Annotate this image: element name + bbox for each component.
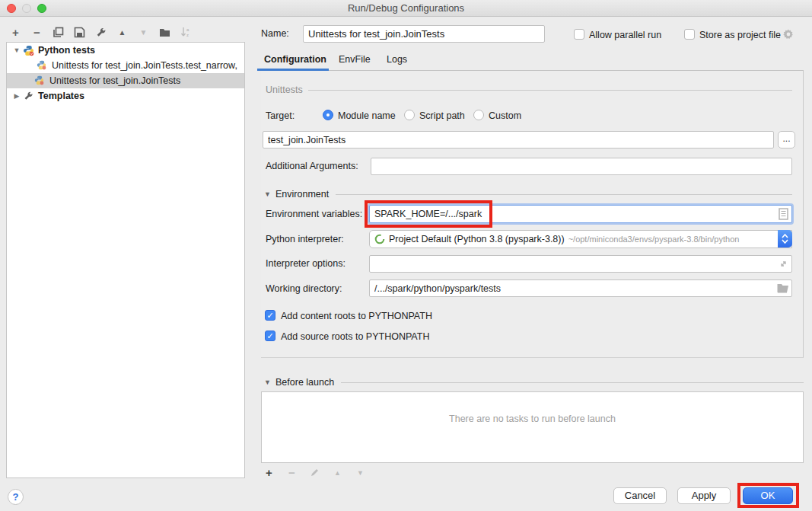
add-content-roots-checkbox[interactable] (265, 310, 275, 321)
environment-variables-input[interactable] (369, 205, 792, 223)
store-as-project-file-checkbox[interactable] (684, 29, 695, 40)
move-up-icon[interactable]: ▲ (116, 26, 129, 39)
additional-arguments-label: Additional Arguments: (266, 161, 358, 171)
edit-templates-wrench-icon[interactable] (94, 26, 107, 39)
add-content-roots-label: Add content roots to PYTHONPATH (281, 311, 432, 321)
python-test-icon (34, 75, 46, 87)
target-module-name-label: Module name (338, 110, 396, 121)
configurations-toolbar: + − ▲ ▼ az (9, 24, 193, 40)
name-label: Name: (261, 28, 289, 39)
expand-field-icon[interactable] (779, 258, 788, 272)
tab-logs[interactable]: Logs (387, 54, 407, 65)
edit-task-pencil-icon[interactable] (308, 466, 321, 479)
additional-arguments-input[interactable] (371, 158, 792, 175)
tree-item-unittests-narrow[interactable]: Unittests for test_join.JoinTests.test_n… (7, 58, 244, 73)
environment-section-rule (336, 194, 792, 195)
python-interpreter-value: Project Default (Python 3.8 (pyspark-3.8… (389, 234, 565, 244)
conda-environment-icon (374, 234, 385, 244)
help-button[interactable]: ? (8, 489, 24, 505)
target-label: Target: (266, 110, 295, 121)
save-configuration-icon[interactable] (73, 26, 86, 39)
remove-configuration-button[interactable]: − (30, 26, 43, 39)
environment-section-label: Environment (275, 189, 329, 200)
interpreter-dropdown-stepper[interactable] (778, 230, 792, 248)
edit-environment-variables-icon[interactable] (778, 208, 789, 223)
target-script-path-label: Script path (419, 110, 465, 121)
move-task-down-icon[interactable]: ▼ (354, 466, 367, 479)
browse-button[interactable]: ... (778, 131, 795, 149)
environment-variables-label: Environment variables: (266, 209, 362, 219)
allow-parallel-run-label: Allow parallel run (589, 30, 661, 40)
python-test-icon (37, 60, 48, 72)
python-tests-icon (23, 45, 34, 56)
target-custom-label: Custom (489, 110, 521, 121)
tree-item-label: Templates (38, 91, 84, 101)
window-title: Run/Debug Configurations (0, 2, 812, 14)
tree-item-label: Unittests for test_join.JoinTests (49, 75, 180, 86)
svg-text:a: a (186, 27, 189, 32)
tree-item-python-tests[interactable]: ▼ Python tests (7, 43, 244, 58)
before-launch-toolbar: + − ▲ ▼ (263, 466, 367, 479)
store-as-project-file-label: Store as project file (699, 30, 781, 40)
chevron-down-icon[interactable]: ▼ (13, 46, 21, 54)
working-directory-label: Working directory: (266, 283, 342, 294)
copy-configuration-icon[interactable] (52, 26, 65, 39)
ok-button[interactable]: OK (743, 487, 793, 504)
target-module-input[interactable] (263, 131, 774, 149)
apply-button[interactable]: Apply (677, 487, 731, 504)
tree-item-templates[interactable]: ▶ Templates (7, 88, 244, 104)
working-directory-input[interactable] (369, 279, 792, 297)
add-source-roots-label: Add source roots to PYTHONPATH (281, 331, 429, 342)
folder-browse-icon[interactable] (777, 283, 789, 296)
title-bar: Run/Debug Configurations (0, 0, 812, 17)
empty-task-list-text: There are no tasks to run before launch (262, 414, 803, 424)
templates-wrench-icon (23, 91, 34, 102)
tab-envfile[interactable]: EnvFile (339, 54, 371, 65)
environment-collapse-icon[interactable]: ▼ (264, 190, 271, 198)
interpreter-options-input[interactable] (369, 255, 792, 273)
add-task-button[interactable]: + (263, 466, 275, 479)
interpreter-options-label: Interpreter options: (266, 258, 345, 269)
tree-item-label: Python tests (38, 45, 95, 56)
move-task-up-icon[interactable]: ▲ (331, 466, 344, 479)
before-launch-section-label: Before launch (275, 377, 334, 388)
tab-configuration[interactable]: Configuration (264, 54, 326, 65)
add-source-roots-checkbox[interactable] (265, 331, 275, 341)
target-custom-radio[interactable] (473, 110, 484, 120)
store-options-gear-icon[interactable] (782, 28, 794, 43)
allow-parallel-run-checkbox[interactable] (574, 29, 584, 40)
tree-item-label: Unittests for test_join.JoinTests.test_n… (52, 60, 237, 71)
before-launch-task-list[interactable]: There are no tasks to run before launch (261, 391, 804, 463)
python-interpreter-path: ~/opt/miniconda3/envs/pyspark-3.8/bin/py… (568, 235, 740, 244)
run-debug-configurations-dialog: Run/Debug Configurations + − ▲ ▼ az ▼ Py (0, 0, 812, 511)
before-launch-section-rule (341, 382, 804, 383)
add-configuration-button[interactable]: + (9, 26, 22, 39)
svg-text:z: z (186, 33, 189, 37)
sort-configurations-icon[interactable]: az (180, 26, 193, 39)
python-interpreter-select[interactable]: Project Default (Python 3.8 (pyspark-3.8… (369, 230, 792, 248)
cancel-button[interactable]: Cancel (613, 487, 667, 504)
tree-item-unittests-jointests-selected[interactable]: Unittests for test_join.JoinTests (7, 73, 244, 88)
unittests-section-rule (308, 90, 792, 91)
before-launch-collapse-icon[interactable]: ▼ (264, 378, 271, 386)
new-folder-icon[interactable] (158, 26, 171, 39)
remove-task-button[interactable]: − (285, 466, 298, 479)
python-interpreter-label: Python interpreter: (266, 234, 344, 244)
target-script-path-radio[interactable] (404, 110, 415, 120)
move-down-icon[interactable]: ▼ (137, 26, 150, 39)
name-input[interactable] (303, 25, 545, 43)
target-module-name-radio[interactable] (323, 110, 333, 120)
unittests-section-label: Unittests (266, 85, 303, 95)
chevron-right-icon[interactable]: ▶ (13, 92, 21, 100)
configurations-tree: ▼ Python tests Unittests for test_join.J… (6, 42, 245, 478)
